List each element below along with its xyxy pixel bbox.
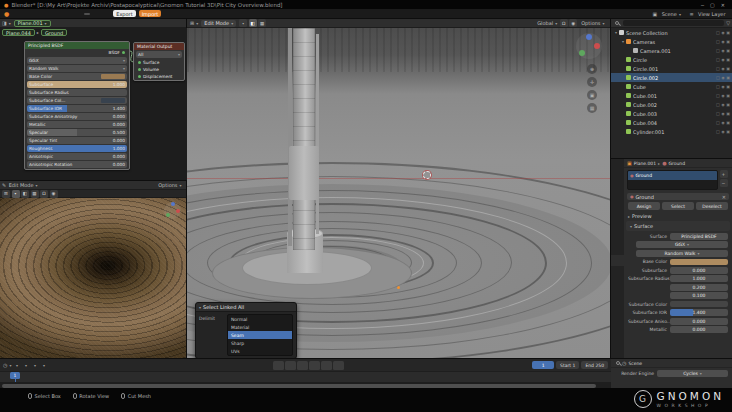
bsdf-input-row[interactable]: Subsurface 1.000 <box>27 81 127 88</box>
camera-visibility-icon[interactable]: ▣ <box>726 30 730 35</box>
maximize-button[interactable]: ▢ <box>710 2 715 8</box>
exclude-checkbox-icon[interactable]: □ <box>716 48 720 53</box>
edge-select-mode-button[interactable]: ◧ <box>21 190 29 198</box>
view-layer-selector[interactable]: View Layer <box>696 11 728 17</box>
properties-tab-icon[interactable] <box>611 178 624 189</box>
surface-shader-dropdown[interactable]: Principled BSDF <box>670 233 728 240</box>
timeline-menu[interactable] <box>20 362 29 368</box>
output-input-socket[interactable]: Displacement <box>134 73 184 80</box>
base-color-swatch[interactable] <box>670 259 728 265</box>
output-input-socket[interactable]: Volume <box>134 66 184 73</box>
outliner-row[interactable]: ▾ Cube.002 □ ◉ ▣ <box>611 100 732 109</box>
delimit-option[interactable]: Seam <box>228 331 292 339</box>
add-slot-button[interactable]: + <box>720 170 728 178</box>
viewport-canvas[interactable]: ⊕ ✛ ▣ ▦ ▾ Select Linked All Delimit Norm… <box>187 28 610 358</box>
hide-eye-icon[interactable]: ◉ <box>721 57 725 62</box>
hide-eye-icon[interactable]: ◉ <box>721 39 725 44</box>
deselect-button[interactable]: Deselect <box>696 202 728 210</box>
subsurface-radius-y[interactable]: 0.200 <box>670 284 728 291</box>
hide-eye-icon[interactable]: ◉ <box>721 75 725 80</box>
surface-section-header[interactable]: ▾ Surface <box>626 221 730 231</box>
exclude-checkbox-icon[interactable]: □ <box>716 111 720 116</box>
color-swatch[interactable] <box>101 74 125 79</box>
exclude-checkbox-icon[interactable]: □ <box>716 120 720 125</box>
outliner-row[interactable]: ▾ Cube □ ◉ ▣ <box>611 82 732 91</box>
nav-gizmo-icon[interactable] <box>576 33 602 59</box>
outliner-row[interactable]: ▾ Scene Collection □ ◉ ▣ <box>611 28 732 37</box>
hide-eye-icon[interactable]: ◉ <box>721 93 725 98</box>
mode-dropdown[interactable]: Edit Mode <box>6 182 40 188</box>
search-icon[interactable] <box>615 21 619 25</box>
zoom-tool-icon[interactable]: ⊕ <box>587 64 597 74</box>
search-icon[interactable] <box>616 361 620 365</box>
camera-visibility-icon[interactable]: ▣ <box>726 93 730 98</box>
material-datablock[interactable]: ● Ground ✕ <box>627 193 729 200</box>
remove-slot-button[interactable]: − <box>720 179 728 187</box>
preview-section-header[interactable]: ▸ Preview <box>624 211 732 221</box>
node-canvas[interactable]: Plane.044 ▸ Ground Principled BSDF BSDF … <box>0 28 187 180</box>
outliner-row[interactable]: ▾ Circle.001 □ ◉ ▣ <box>611 64 732 73</box>
end-frame-field[interactable]: End 250 <box>581 361 608 369</box>
outliner-row[interactable]: ▾ Cube.004 □ ◉ ▣ <box>611 118 732 127</box>
bsdf-input-row[interactable]: Anisotropic 0.000 <box>27 153 127 160</box>
exclude-checkbox-icon[interactable]: □ <box>716 84 720 89</box>
outliner-row[interactable]: ▾ Cube.003 □ ◉ ▣ <box>611 109 732 118</box>
hide-eye-icon[interactable]: ◉ <box>721 129 725 134</box>
tower-mesh[interactable] <box>288 28 292 246</box>
edge-select-mode-button[interactable]: ◧ <box>249 19 257 27</box>
start-frame-field[interactable]: Start 1 <box>556 361 579 369</box>
output-target-dropdown[interactable]: All <box>136 51 182 58</box>
hide-eye-icon[interactable]: ◉ <box>721 111 725 116</box>
properties-tab-icon[interactable] <box>611 255 624 266</box>
bsdf-input-row[interactable]: Anisotropic Rotation 0.000 <box>27 161 127 168</box>
transport-button[interactable] <box>309 361 320 370</box>
camera-visibility-icon[interactable]: ▣ <box>726 75 730 80</box>
camera-visibility-icon[interactable]: ▣ <box>726 84 730 89</box>
bsdf-input-row[interactable]: Specular Tint 0.000 <box>27 137 127 144</box>
principled-bsdf-node[interactable]: Principled BSDF BSDF GGX Random Walk Bas… <box>24 41 130 170</box>
output-input-socket[interactable]: Surface <box>134 59 184 66</box>
subsurface-color-swatch[interactable] <box>670 301 728 307</box>
close-button[interactable]: ✕ <box>721 2 725 8</box>
camera-visibility-icon[interactable]: ▣ <box>726 111 730 116</box>
move-view-icon[interactable]: ✛ <box>587 77 597 87</box>
snap-magnet-icon[interactable]: Ω <box>40 190 48 198</box>
minimize-button[interactable]: ─ <box>701 2 704 8</box>
exclude-checkbox-icon[interactable]: □ <box>716 75 720 80</box>
subsurface-aniso-slider[interactable]: 0.000 <box>670 318 728 325</box>
outliner-row[interactable]: ▾ Circle.002 □ ◉ ▣ <box>611 73 732 82</box>
camera-view-icon[interactable]: ▣ <box>587 90 597 100</box>
camera-visibility-icon[interactable]: ▣ <box>726 102 730 107</box>
bsdf-input-row[interactable]: Subsurface IOR 1.400 <box>27 105 127 112</box>
proportional-edit-icon[interactable]: ◉ <box>569 19 577 27</box>
popup-collapse-icon[interactable]: ▾ <box>199 305 201 310</box>
toggle-grid-icon[interactable]: ▦ <box>587 103 597 113</box>
delimit-option[interactable]: Normal <box>228 315 292 323</box>
exclude-checkbox-icon[interactable]: □ <box>716 129 720 134</box>
camera-visibility-icon[interactable]: ▣ <box>726 57 730 62</box>
transport-button[interactable] <box>297 361 308 370</box>
timeline-menu[interactable] <box>38 362 47 368</box>
camera-visibility-icon[interactable]: ▣ <box>726 129 730 134</box>
breadcrumb-object[interactable]: Plane.001 <box>634 161 656 166</box>
distribution-dropdown[interactable]: GGX <box>27 57 127 64</box>
exclude-checkbox-icon[interactable]: □ <box>716 57 720 62</box>
delimit-option[interactable]: Sharp <box>228 339 292 347</box>
transport-button[interactable] <box>273 361 284 370</box>
transform-orientation-dropdown[interactable]: Global <box>535 20 560 26</box>
timeline-ruler[interactable]: 1 <box>0 371 611 382</box>
bsdf-input-row[interactable]: Roughness 1.000 <box>27 145 127 152</box>
material-output-node[interactable]: Material Output All Surface Volume Displ… <box>133 42 185 81</box>
export-button[interactable]: Export <box>113 10 135 17</box>
hide-eye-icon[interactable]: ◉ <box>721 102 725 107</box>
distribution-dropdown[interactable]: GGX <box>636 241 728 248</box>
outliner-search-input[interactable] <box>623 20 724 26</box>
hide-eye-icon[interactable]: ◉ <box>721 66 725 71</box>
timeline-menu[interactable] <box>29 362 38 368</box>
snap-magnet-icon[interactable]: Ω <box>560 19 568 27</box>
blender-menu-icon[interactable]: ● <box>4 10 9 17</box>
subsurface-radius-x[interactable]: 1.000 <box>670 275 728 282</box>
face-select-mode-button[interactable]: ▦ <box>258 19 266 27</box>
options-dropdown[interactable]: Options <box>156 182 184 188</box>
properties-tab-icon[interactable] <box>611 200 624 211</box>
